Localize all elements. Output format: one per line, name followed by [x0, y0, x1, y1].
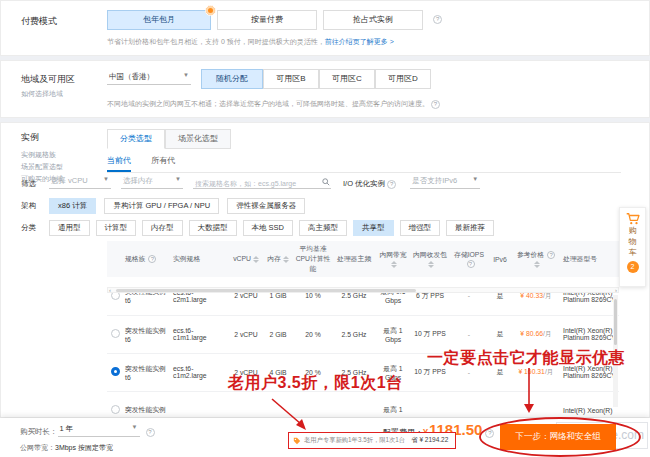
region-select[interactable]: 中国（香港） ▼: [107, 72, 191, 85]
filter-label: 筛选: [21, 179, 36, 189]
arch-baremetal[interactable]: 弹性裸金属服务器: [227, 198, 305, 214]
spec-search-input[interactable]: [193, 179, 331, 189]
cat-shared[interactable]: 共享型: [353, 220, 394, 236]
vcpu-select[interactable]: 选择 vCPU▼: [49, 176, 111, 189]
payment-mode-label: 付费模式: [21, 15, 57, 28]
row-radio[interactable]: [111, 329, 120, 338]
col-spec: 实例规格: [171, 241, 229, 277]
col-iops: 存储IOPS?: [449, 241, 489, 277]
chevron-down-icon: ▼: [132, 424, 138, 430]
sort-icon[interactable]: [391, 261, 397, 268]
region-section: 地域及可用区 如何选择地域 中国（香港） ▼ 随机分配可用区B可用区C可用区D …: [0, 60, 650, 118]
annotation-old-user-discount: 老用户3.5折，限1次1台: [228, 373, 403, 394]
cart-label-char: 物: [629, 236, 637, 247]
side-link-scene[interactable]: 场景配置选型: [21, 161, 63, 173]
cat-localssd[interactable]: 本地 SSD: [243, 220, 294, 236]
arch-x86[interactable]: x86 计算: [49, 198, 96, 214]
scrollbar-thumb[interactable]: [116, 289, 416, 292]
table-row[interactable]: 突发性能实例 t6 ecs.t6-c2m1.large 2 vCPU 1 GiB…: [107, 277, 619, 315]
cat-highfreq[interactable]: 高主频型: [299, 220, 347, 236]
region-how-to-link[interactable]: 如何选择地域: [21, 89, 63, 99]
payment-option-payg[interactable]: 按量付费: [217, 10, 317, 30]
cat-memory[interactable]: 内存型: [142, 220, 183, 236]
cat-bigdata[interactable]: 大数据型: [189, 220, 237, 236]
sort-icon[interactable]: [534, 261, 540, 268]
instance-label: 实例: [21, 131, 39, 144]
search-icon[interactable]: [322, 178, 330, 186]
col-pps: 内网收发包: [411, 241, 449, 277]
sort-icon[interactable]: [253, 256, 259, 263]
region-label: 地域及可用区: [21, 73, 75, 86]
payment-note: 节省计划价格和包年包月相近，支持 0 预付，同时提供极大的灵活性，前往介绍页了解…: [107, 37, 394, 47]
sort-icon[interactable]: [428, 261, 434, 268]
cart-label-char: 车: [629, 247, 637, 258]
row-radio-selected[interactable]: [111, 367, 120, 376]
duration-help-icon[interactable]: ?: [146, 428, 155, 437]
payment-option-subscription[interactable]: 包年包月: [107, 10, 211, 30]
next-step-button[interactable]: 下一步：网络和安全组: [500, 424, 616, 450]
col-bandwidth: 内网带宽: [375, 241, 411, 277]
col-freq: 处理器主频: [333, 241, 375, 277]
table-header-row: 规格族? 实例规格 vCPU 内存 平均基准CPU计算性能 处理器主频 内网带宽…: [107, 241, 619, 277]
help-icon[interactable]: ?: [148, 255, 156, 263]
chevron-down-icon: ▼: [103, 176, 109, 182]
zone-d[interactable]: 可用区D: [375, 69, 431, 89]
promo-save-amount: 省 ¥ 2194.22: [411, 436, 448, 445]
arch-label: 架构: [21, 201, 36, 211]
tag-icon: [293, 437, 301, 445]
bandwidth-summary: 公网带宽：3Mbps 按固定带宽: [20, 443, 113, 453]
zone-random[interactable]: 随机分配: [201, 69, 263, 89]
col-mem: 内存: [263, 241, 293, 277]
promo-text: 老用户专享新购1年3.5折，限1次1台: [304, 436, 405, 445]
duration-label: 购买时长：: [20, 427, 58, 437]
table-horizontal-scrollbar[interactable]: ‹ ›: [107, 287, 619, 293]
payment-mode-section: 付费模式 包年包月 按量付费抢占式实例 ? 节省计划价格和包年包月相近，支持 0…: [0, 0, 650, 56]
payment-option-spot[interactable]: 抢占式实例: [323, 10, 423, 30]
row-radio[interactable]: [111, 405, 120, 414]
col-family: 规格族?: [123, 241, 171, 277]
io-help-icon[interactable]: ?: [387, 180, 396, 189]
cat-compute[interactable]: 计算型: [96, 220, 137, 236]
category-label: 分类: [21, 223, 36, 233]
tab-scenario-select[interactable]: 场景化选型: [165, 129, 231, 149]
cart-count-badge: 2: [627, 261, 639, 273]
col-ipv6: IPv6: [489, 241, 511, 277]
cart-icon: [626, 213, 640, 225]
fee-help-icon[interactable]: ?: [485, 429, 494, 438]
annotation-must-click: 一定要点击它才能显示优惠: [427, 348, 625, 369]
cat-general[interactable]: 通用型: [49, 220, 90, 236]
region-note-help-icon[interactable]: ?: [431, 100, 440, 109]
payment-learn-more-link[interactable]: 前往介绍页了解更多 >: [325, 38, 394, 45]
help-icon[interactable]: ?: [547, 251, 555, 259]
sort-icon[interactable]: [283, 256, 289, 263]
scrollbar-thumb[interactable]: [614, 299, 617, 345]
col-vcpu: vCPU: [229, 241, 263, 277]
chevron-down-icon: ▼: [472, 176, 478, 182]
duration-select[interactable]: 1 年 ▼: [58, 424, 140, 437]
payment-help-icon[interactable]: ?: [433, 15, 442, 24]
io-optimized-label: I/O 优化实例 ?: [343, 179, 396, 189]
tab-category-select[interactable]: 分类选型: [107, 129, 165, 149]
cat-enhanced[interactable]: 增强型: [400, 220, 441, 236]
scroll-left-icon[interactable]: ‹: [109, 286, 111, 294]
chevron-down-icon: ▼: [175, 176, 181, 182]
gentab-current[interactable]: 当前代: [107, 155, 131, 172]
ipv6-select[interactable]: 是否支持IPv6▼: [410, 176, 480, 189]
gentab-all[interactable]: 所有代: [151, 155, 175, 170]
promo-discount-box[interactable]: 老用户专享新购1年3.5折，限1次1台 省 ¥ 2194.22: [288, 432, 456, 449]
shopping-cart-widget[interactable]: 购 物 车 2: [619, 207, 646, 287]
col-price: 参考价格?: [511, 241, 561, 277]
scroll-right-icon[interactable]: ›: [615, 286, 617, 294]
footer-bar: 购买时长： 1 年 ▼ ? 公网带宽：3Mbps 按固定带宽 配置费用： ¥ 1…: [0, 418, 650, 457]
help-icon[interactable]: ?: [467, 260, 475, 268]
col-cpu-model: 处理器型号: [561, 241, 619, 277]
spec-table: 规格族? 实例规格 vCPU 内存 平均基准CPU计算性能 处理器主频 内网带宽…: [107, 241, 619, 430]
zone-c[interactable]: 可用区C: [319, 69, 375, 89]
col-baseline: 平均基准CPU计算性能: [293, 241, 333, 277]
arch-heterogeneous[interactable]: 异构计算 GPU / FPGA / NPU: [104, 198, 219, 214]
cart-label-char: 购: [629, 225, 637, 236]
zone-b[interactable]: 可用区B: [263, 69, 319, 89]
memory-select[interactable]: 选择内存▼: [121, 176, 183, 189]
cat-latest[interactable]: 最新推荐: [446, 220, 494, 236]
side-link-family[interactable]: 实例规格族: [21, 149, 63, 161]
